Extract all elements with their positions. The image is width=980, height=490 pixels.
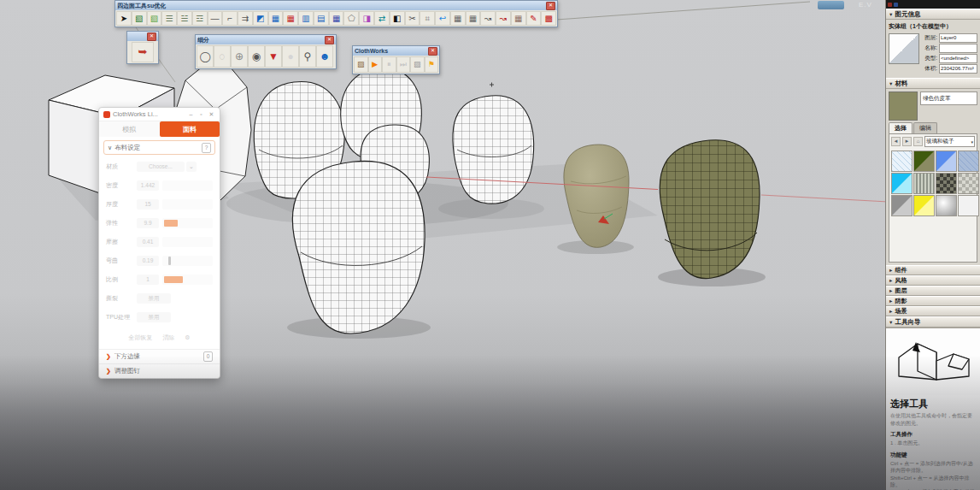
bend-slider[interactable] (162, 256, 213, 266)
material-swatch-10[interactable] (936, 195, 957, 216)
stretch-slider[interactable] (162, 218, 213, 228)
close-icon[interactable]: ✕ (546, 2, 555, 10)
main-toolbar-icon-11[interactable]: ▦ (283, 11, 298, 26)
collapsed-panel-2[interactable]: ►图层 (886, 286, 980, 296)
main-toolbar-icon-28[interactable]: ▩ (541, 11, 556, 26)
main-toolbar-icon-10[interactable]: ▦ (268, 11, 284, 26)
toolbar-titlebar[interactable]: ClothWorks ✕ (353, 46, 439, 56)
main-toolbar-icon-12[interactable]: ▥ (298, 11, 314, 26)
toolbar-titlebar[interactable]: 四边面工具su优化 ✕ (115, 1, 557, 10)
active-material-swatch[interactable] (889, 92, 918, 121)
main-toolbar-icon-18[interactable]: ◧ (390, 11, 405, 26)
main-toolbar-icon-6[interactable]: — (208, 11, 223, 26)
material-swatch-6[interactable] (936, 173, 957, 194)
home-icon[interactable]: ⌂ (913, 137, 923, 146)
main-toolbar-icon-17[interactable]: ⇄ (374, 11, 390, 26)
material-swatch-3[interactable] (958, 151, 979, 172)
clothworks-toolbar-icon-3[interactable]: ⏭ (396, 56, 411, 73)
main-toolbar-icon-20[interactable]: ⌗ (420, 11, 435, 26)
main-toolbar-icon-23[interactable]: ▦ (466, 11, 481, 26)
clothworks-toolbar-icon-0[interactable]: ▨ (354, 56, 368, 73)
back-icon[interactable]: ◄ (891, 137, 901, 146)
subd-toolbar-icon-5[interactable]: ● (282, 45, 299, 68)
material-swatch-7[interactable] (958, 173, 979, 194)
density-slider[interactable] (162, 180, 213, 191)
collapsed-panel-1[interactable]: ►风格 (886, 275, 980, 286)
material-swatch-5[interactable] (913, 173, 935, 194)
scale-input[interactable]: 1 (137, 275, 159, 285)
close-icon[interactable]: ✕ (147, 32, 156, 41)
type-select[interactable]: <undefined> (939, 54, 977, 63)
subd-toolbar-icon-0[interactable]: ◯ (197, 45, 214, 68)
tpu-disabled-button[interactable]: 禁用 (137, 312, 171, 322)
subd-toolbar-icon-2[interactable]: ⊕ (231, 45, 248, 68)
density-input[interactable]: 1.442 (137, 180, 159, 191)
main-toolbar-icon-15[interactable]: ⬠ (343, 11, 359, 26)
clothworks-toolbar-icon-5[interactable]: ⚑ (425, 56, 439, 73)
adjust-pins-section[interactable]: ❯ 调整图钉 (99, 363, 220, 378)
material-swatch-2[interactable] (936, 151, 957, 172)
clear-button[interactable]: 清除 (162, 334, 174, 342)
maximize-icon[interactable]: ▫ (197, 111, 205, 117)
subd-toolbar-icon-3[interactable]: ◉ (248, 45, 265, 68)
reset-all-button[interactable]: 全部恢复 (128, 334, 152, 342)
clothworks-toolbar-icon-1[interactable]: ▶ (368, 56, 383, 73)
main-toolbar-icon-1[interactable]: ▧ (132, 11, 147, 26)
main-toolbar-icon-8[interactable]: ⇉ (238, 11, 253, 26)
name-input[interactable] (939, 44, 977, 53)
tab-select[interactable]: 选择 (889, 122, 913, 133)
main-toolbar-icon-7[interactable]: ⌐ (222, 11, 238, 26)
main-toolbar-icon-21[interactable]: ↩ (435, 11, 450, 26)
material-swatch-9[interactable] (913, 195, 935, 216)
main-toolbar-icon-13[interactable]: ▤ (314, 11, 329, 26)
subd-toolbar-icon-1[interactable]: ◌ (214, 45, 231, 68)
forward-icon[interactable]: ► (902, 137, 912, 146)
friction-input[interactable]: 0.41 (137, 237, 159, 247)
entity-info-header[interactable]: ▼ 图元信息 (886, 9, 980, 20)
material-swatch-11[interactable] (958, 195, 979, 216)
olive-rock-model[interactable] (660, 140, 760, 279)
dialog-titlebar[interactable]: ClothWorks Li... – ▫ ✕ (99, 108, 220, 121)
material-swatch-0[interactable] (891, 151, 913, 172)
mini-toolbar-icon-0[interactable]: ➥ (132, 42, 154, 62)
layer-select[interactable]: Layer0 (939, 33, 977, 43)
main-toolbar-icon-9[interactable]: ◩ (253, 11, 268, 26)
tab-fabric[interactable]: 面料 (160, 121, 220, 137)
thickness-slider[interactable] (162, 199, 213, 210)
fabric-settings-section-header[interactable]: ∨ 布料设定 ? (103, 140, 215, 155)
main-toolbar-icon-2[interactable]: ▧ (147, 11, 162, 26)
slider-handle[interactable] (168, 257, 171, 265)
category-dropdown[interactable]: 玻璃和镜子 ▾ (924, 136, 975, 147)
friction-slider[interactable] (162, 237, 213, 247)
main-toolbar-icon-16[interactable]: ◨ (359, 11, 374, 26)
main-toolbar-icon-27[interactable]: ✎ (526, 11, 542, 26)
collapsed-panel-4[interactable]: ►场景 (886, 306, 980, 316)
instructor-header[interactable]: ▼ 工具向导 (886, 316, 980, 328)
main-toolbar-icon-4[interactable]: ☱ (177, 11, 192, 26)
material-swatch-4[interactable] (891, 173, 913, 194)
subd-toolbar-icon-6[interactable]: ⚲ (299, 45, 316, 68)
main-toolbar-icon-19[interactable]: ✂ (405, 11, 420, 26)
help-badge[interactable]: ? (202, 143, 211, 153)
toolbar-titlebar[interactable]: ✕ (127, 32, 158, 41)
clothworks-toolbar-icon-2[interactable]: ⏸ (382, 56, 396, 73)
collapsed-panel-3[interactable]: ►阴影 (886, 296, 980, 306)
materials-header[interactable]: ▼ 材料 (886, 78, 980, 89)
tab-simulation[interactable]: 模拟 (99, 121, 160, 137)
material-select[interactable]: Choose... (137, 162, 185, 172)
scale-slider[interactable] (162, 275, 213, 285)
close-icon[interactable]: ✕ (208, 111, 215, 118)
material-swatch-8[interactable] (891, 195, 913, 216)
subd-toolbar-icon-7[interactable]: ☻ (316, 45, 333, 68)
main-toolbar-icon-26[interactable]: ▦ (511, 11, 526, 26)
close-icon[interactable]: ✕ (325, 36, 334, 44)
main-toolbar-icon-22[interactable]: ▦ (450, 11, 466, 26)
main-toolbar-icon-14[interactable]: ▦ (329, 11, 344, 26)
thickness-input[interactable]: 15 (137, 199, 159, 210)
material-swatch-1[interactable] (913, 151, 935, 172)
main-toolbar-icon-0[interactable]: ➤ (116, 11, 132, 26)
gear-icon[interactable]: ⚙ (185, 334, 190, 341)
collapsed-panel-0[interactable]: ►组件 (886, 265, 980, 275)
main-toolbar-icon-24[interactable]: ↝ (480, 11, 496, 26)
toolbar-titlebar[interactable]: 细分 ✕ (196, 35, 336, 44)
